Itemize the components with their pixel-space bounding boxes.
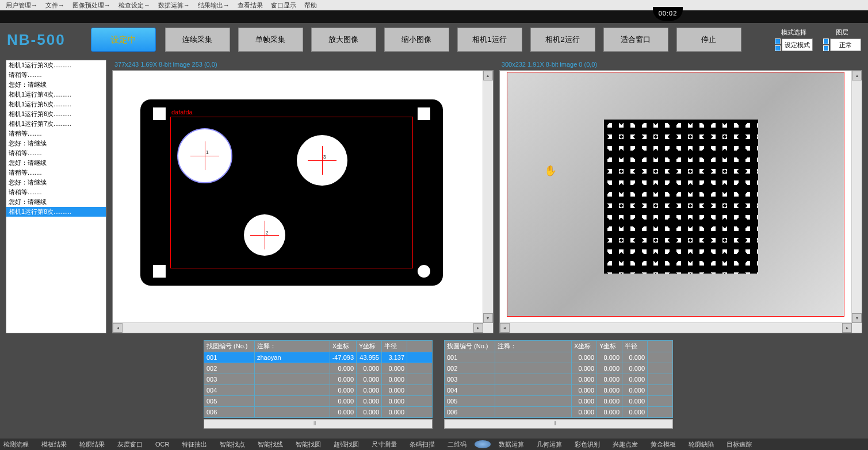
log-item[interactable]: 请稍等........ <box>6 70 106 80</box>
status-item[interactable]: 轮廓缺陷 <box>689 440 714 449</box>
table-row[interactable]: 0030.0000.0000.000 <box>445 374 673 385</box>
toolbar-button[interactable]: 缩小图像 <box>384 28 449 52</box>
menu-item[interactable]: 用户管理→ <box>2 1 41 10</box>
table-row[interactable]: 0060.0000.0000.000 <box>445 407 673 418</box>
scroll-down-icon[interactable]: ▾ <box>852 313 862 323</box>
menu-item[interactable]: 文件→ <box>42 1 68 10</box>
toolbar-button[interactable]: 单帧采集 <box>238 28 303 52</box>
scroll-up-icon[interactable]: ▴ <box>483 71 493 80</box>
table-row[interactable]: 0050.0000.0000.000 <box>445 396 673 407</box>
results-table-2[interactable]: 找圆编号 (No.)注释：X坐标Y坐标半径0010.0000.0000.0000… <box>444 340 673 418</box>
status-item[interactable]: 数据运算 <box>499 440 524 449</box>
status-item[interactable]: 尺寸测量 <box>372 440 397 449</box>
table-row[interactable]: 0020.0000.0000.000 <box>204 363 433 374</box>
status-item[interactable]: 几何运算 <box>537 440 562 449</box>
mode-setting-button[interactable]: 设定中 <box>91 28 156 52</box>
log-item[interactable]: 请稍等........ <box>6 148 106 158</box>
scroll-left-icon[interactable]: ◂ <box>113 323 123 333</box>
col-header[interactable]: Y坐标 <box>597 341 622 352</box>
log-item[interactable]: 您好：请继续 <box>6 158 106 168</box>
log-item[interactable]: 相机1运行第6次.......... <box>6 109 106 119</box>
menu-item[interactable]: 帮助 <box>301 1 320 10</box>
table-row[interactable]: 0040.0000.0000.000 <box>204 385 433 396</box>
log-item[interactable]: 请稍等........ <box>6 129 106 139</box>
menu-item[interactable]: 图像预处理→ <box>69 1 114 10</box>
table-row[interactable]: 0040.0000.0000.000 <box>445 385 673 396</box>
status-item[interactable]: 超强找圆 <box>334 440 359 449</box>
status-item[interactable]: 条码扫描 <box>410 440 435 449</box>
col-header[interactable]: 注释： <box>255 341 330 352</box>
log-item[interactable]: 您好：请继续 <box>6 80 106 90</box>
status-item[interactable]: 智能找点 <box>220 440 245 449</box>
col-header[interactable]: Y坐标 <box>357 341 382 352</box>
status-item[interactable]: OCR <box>155 441 169 448</box>
circle-2[interactable]: 2 <box>244 214 285 256</box>
log-item[interactable]: 请稍等........ <box>6 168 106 178</box>
col-header[interactable]: 找圆编号 (No.) <box>445 341 495 352</box>
toolbar-button[interactable]: 相机2运行 <box>530 28 595 52</box>
col-header[interactable]: X坐标 <box>572 341 597 352</box>
log-item[interactable]: 相机1运行第8次.......... <box>6 207 106 217</box>
status-item[interactable]: 智能找线 <box>258 440 283 449</box>
log-item[interactable]: 请稍等........ <box>6 187 106 197</box>
toolbar-button[interactable]: 停止 <box>676 28 741 52</box>
view2-canvas[interactable]: ▴ ▾ ◂ ▸ ✋ <box>499 70 862 333</box>
layer-select[interactable]: 正常 <box>830 39 861 51</box>
menu-item[interactable]: 查看结果 <box>234 1 266 10</box>
col-header[interactable]: 注释： <box>495 341 572 352</box>
log-item[interactable]: 相机1运行第7次.......... <box>6 119 106 129</box>
status-item[interactable]: 彩色识别 <box>575 440 600 449</box>
toolbar-button[interactable]: 适合窗口 <box>603 28 668 52</box>
col-header[interactable]: 半径 <box>382 341 407 352</box>
view1-canvas[interactable]: ▴ ▾ ◂ ▸ dafafda 1 2 3 <box>112 70 494 333</box>
log-item[interactable]: 您好：请继续 <box>6 139 106 148</box>
table-row[interactable]: 0020.0000.0000.000 <box>445 363 673 374</box>
table-row[interactable]: 0060.0000.0000.000 <box>204 407 433 418</box>
status-item[interactable]: 轮廓结果 <box>79 440 105 449</box>
mode-radio-2[interactable] <box>775 45 781 51</box>
log-panel[interactable]: 相机1运行第3次..........请稍等........您好：请继续相机1运行… <box>6 60 106 333</box>
col-header[interactable]: 找圆编号 (No.) <box>204 341 255 352</box>
results-table-1[interactable]: 找圆编号 (No.)注释：X坐标Y坐标半径001zhaoyan-47.09343… <box>204 340 433 418</box>
scroll-right-icon[interactable]: ▸ <box>842 323 852 333</box>
table-row[interactable]: 0030.0000.0000.000 <box>204 374 433 385</box>
log-item[interactable]: 您好：请继续 <box>6 178 106 187</box>
layer-radio-1[interactable] <box>823 39 829 44</box>
log-item[interactable]: 相机1运行第3次.......... <box>6 60 106 70</box>
log-item[interactable]: 您好：请继续 <box>6 197 106 207</box>
status-item[interactable]: 智能找圆 <box>296 440 321 449</box>
menu-item[interactable]: 结果输出→ <box>194 1 233 10</box>
layer-radio-2[interactable] <box>823 45 829 51</box>
col-header[interactable]: X坐标 <box>330 341 356 352</box>
menu-item[interactable]: 窗口显示 <box>267 1 300 10</box>
status-item[interactable]: 特征抽出 <box>182 440 207 449</box>
scroll-left-icon[interactable]: ◂ <box>500 323 510 333</box>
mode-radio-1[interactable] <box>775 39 781 44</box>
circle-1[interactable]: 1 <box>177 128 232 183</box>
scroll-up-icon[interactable]: ▴ <box>852 71 862 80</box>
toolbar-button[interactable]: 放大图像 <box>311 28 376 52</box>
status-item[interactable]: 目标追踪 <box>726 440 752 449</box>
status-item[interactable]: 灰度窗口 <box>117 440 143 449</box>
table-row[interactable]: 0010.0000.0000.000 <box>445 352 673 363</box>
mode-select[interactable]: 设定模式 <box>782 39 813 51</box>
table1-hscroll[interactable] <box>204 419 433 429</box>
log-item[interactable]: 相机1运行第4次.......... <box>6 90 106 99</box>
scroll-right-icon[interactable]: ▸ <box>473 323 483 333</box>
menu-item[interactable]: 检查设定→ <box>115 1 154 10</box>
status-item[interactable]: 黄金模板 <box>651 440 676 449</box>
status-item[interactable]: 模板结果 <box>41 440 67 449</box>
circle-3[interactable]: 3 <box>297 135 347 186</box>
toolbar-button[interactable]: 连续采集 <box>165 28 230 52</box>
menu-item[interactable]: 数据运算→ <box>155 1 193 10</box>
col-header[interactable]: 半径 <box>622 341 648 352</box>
scroll-down-icon[interactable]: ▾ <box>483 313 493 323</box>
log-item[interactable]: 相机1运行第5次.......... <box>6 99 106 109</box>
table2-hscroll[interactable] <box>444 419 673 429</box>
status-item[interactable]: 二维码 <box>448 440 466 449</box>
table-row[interactable]: 001zhaoyan-47.09343.9553.137 <box>204 352 433 363</box>
table-row[interactable]: 0050.0000.0000.000 <box>204 396 433 407</box>
status-item[interactable]: 兴趣点发 <box>613 440 638 449</box>
toolbar-button[interactable]: 相机1运行 <box>457 28 522 52</box>
status-item[interactable]: 检测流程 <box>3 440 29 449</box>
